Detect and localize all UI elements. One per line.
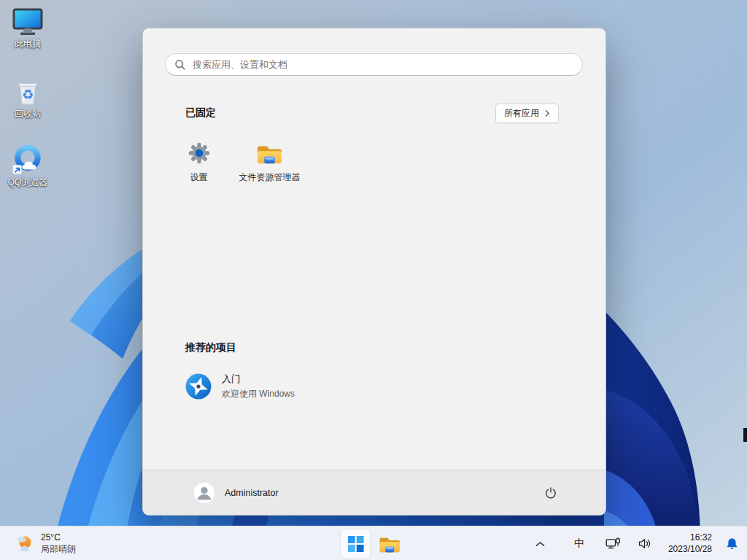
get-started-icon xyxy=(185,373,212,400)
user-avatar xyxy=(194,483,214,503)
file-explorer-icon xyxy=(378,534,400,553)
taskbar-clock[interactable]: 16:32 2023/10/28 xyxy=(668,532,712,555)
network-button[interactable] xyxy=(604,530,623,558)
recommended-title: 推荐的项目 xyxy=(185,341,236,354)
recommended-section-header: 推荐的项目 xyxy=(143,341,605,355)
desktop-icon-label: 回收站 xyxy=(15,109,41,120)
weather-widget[interactable]: 25°C 局部晴朗 xyxy=(10,530,80,557)
start-menu-footer: Administrator xyxy=(143,470,605,515)
svg-text:♻: ♻ xyxy=(22,87,34,102)
notification-center-button[interactable] xyxy=(722,530,741,558)
system-tray: 中 xyxy=(530,526,741,560)
weather-icon xyxy=(15,534,34,553)
desktop-icon-this-pc[interactable]: 此电脑 xyxy=(1,4,54,50)
qq-browser-icon xyxy=(11,143,44,176)
screen-edge-artifact xyxy=(743,428,747,442)
clock-time: 16:32 xyxy=(668,532,712,544)
taskbar: 25°C 局部晴朗 xyxy=(0,526,747,560)
start-search-box[interactable] xyxy=(165,53,583,76)
settings-gear-icon xyxy=(187,141,211,166)
volume-button[interactable] xyxy=(636,530,655,558)
tray-overflow-button[interactable] xyxy=(530,530,551,558)
ime-label: 中 xyxy=(574,537,584,551)
recycle-bin-icon: ♻ xyxy=(11,74,44,108)
desktop-icon-label: 此电脑 xyxy=(15,39,41,50)
ime-indicator[interactable]: 中 xyxy=(570,530,588,558)
pinned-app-label: 设置 xyxy=(190,171,208,184)
desktop-icon-qq-browser[interactable]: QQ浏览器 xyxy=(1,143,54,188)
user-name: Administrator xyxy=(225,488,279,498)
user-profile-button[interactable]: Administrator xyxy=(188,480,285,506)
pinned-title: 已固定 xyxy=(185,106,216,120)
chevron-up-icon xyxy=(535,541,545,547)
pinned-apps-grid: 设置 文件资源管理器 xyxy=(163,138,305,193)
pinned-app-settings[interactable]: 设置 xyxy=(163,138,234,193)
clock-date: 2023/10/28 xyxy=(668,544,712,556)
search-icon xyxy=(174,59,186,71)
pinned-section-header: 已固定 所有应用 xyxy=(143,103,605,123)
taskbar-center xyxy=(341,526,404,560)
desktop-icon-label: QQ浏览器 xyxy=(8,178,48,188)
power-button[interactable] xyxy=(538,481,563,505)
this-pc-icon xyxy=(11,4,44,38)
desktop-icon-recycle-bin[interactable]: ♻ 回收站 xyxy=(1,74,54,120)
volume-speaker-icon xyxy=(638,538,652,549)
all-apps-label: 所有应用 xyxy=(504,107,539,120)
weather-condition: 局部晴朗 xyxy=(41,544,76,556)
chevron-right-icon xyxy=(545,109,550,117)
all-apps-button[interactable]: 所有应用 xyxy=(495,104,559,123)
notification-bell-icon xyxy=(726,537,738,550)
start-menu-panel: 已固定 所有应用 xyxy=(142,28,606,516)
recommended-item-subtitle: 欢迎使用 Windows xyxy=(222,388,295,400)
recommended-item-get-started[interactable]: 入门 欢迎使用 Windows xyxy=(184,371,403,402)
power-icon xyxy=(544,486,557,499)
windows-logo-icon xyxy=(347,536,363,552)
taskbar-file-explorer-button[interactable] xyxy=(375,529,404,559)
file-explorer-icon xyxy=(256,141,283,166)
recommended-item-title: 入门 xyxy=(222,373,295,386)
search-input[interactable] xyxy=(193,59,573,70)
weather-temperature: 25°C xyxy=(41,532,76,544)
pinned-app-label: 文件资源管理器 xyxy=(239,171,301,184)
pinned-app-file-explorer[interactable]: 文件资源管理器 xyxy=(234,138,305,193)
network-ethernet-icon xyxy=(605,537,621,550)
start-button[interactable] xyxy=(341,529,371,559)
